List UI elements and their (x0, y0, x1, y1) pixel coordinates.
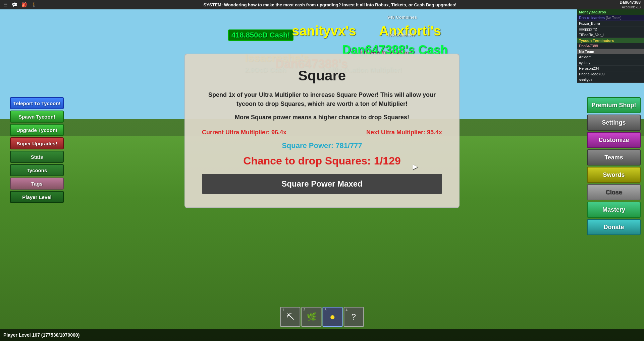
hotbar-slot-2[interactable]: 2 🌿 (302, 307, 322, 327)
leaderboard-member-heroson: Heroson234 (577, 66, 644, 71)
leaderboard-member-anxforti: Anxforti (577, 54, 644, 60)
hotbar-slot-1-num: 1 (282, 308, 284, 312)
hotbar: 1 ⛏ 2 🌿 3 ● 4 ? (280, 307, 364, 327)
bottom-bar: Player Level 107 (177530/1070000) (0, 329, 644, 341)
square-modal: Square Spend 1x of your Ultra Multiplier… (184, 54, 460, 208)
modal-multipliers: Current Ultra Multiplier: 96.4x Next Ult… (202, 129, 442, 136)
hotbar-slot-4-num: 4 (346, 308, 348, 312)
hotbar-slot-3-icon: ● (330, 312, 335, 322)
leaderboard-entry-ooo: oooppprrr2 (577, 26, 644, 32)
modal-title: Square (202, 68, 442, 84)
top-bar: ☰ 💬 🎒 🚶 SYSTEM: Wondering how to make th… (0, 0, 644, 9)
team-tycoon-terminators-header: Tycoon Terminators (577, 38, 644, 43)
leaderboard-member-sanityvx: sanityvx (577, 77, 644, 83)
hotbar-slot-4[interactable]: 4 ? (344, 307, 364, 327)
modal-overlay: Square Spend 1x of your Ultra Multiplier… (0, 0, 644, 341)
user-info: Dan647388 Account: -13 (620, 0, 644, 9)
modal-description: Spend 1x of your Ultra Multiplier to inc… (202, 90, 442, 109)
team-no-team-header: No Team (577, 49, 644, 54)
top-bar-icons: ☰ 💬 🎒 🚶 (0, 2, 40, 7)
modal-secondary-description: More Square power means a higher chance … (202, 114, 442, 121)
leaderboard-member-cycboy: cycboy (577, 60, 644, 66)
hotbar-slot-1[interactable]: 1 ⛏ (280, 307, 301, 327)
leaderboard-entry-tipedi: TiPediTo_Var_ii (577, 32, 644, 38)
account-label: Account: -13 (620, 5, 641, 9)
current-ultra-multiplier: Current Ultra Multiplier: 96.4x (202, 129, 286, 136)
hotbar-slot-1-icon: ⛏ (286, 312, 294, 322)
hotbar-slot-3[interactable]: 3 ● (323, 307, 343, 327)
leaderboard-entry-fuzza: Fuzza_Burra (577, 21, 644, 26)
menu-icon[interactable]: ☰ (3, 2, 8, 7)
leaderboard-entry-robuxhoarders: RobuxHoarders (No Team) (577, 15, 644, 21)
leaderboard-member-phonehead: PhoneHead709 (577, 71, 644, 77)
hotbar-slot-2-num: 2 (304, 308, 306, 312)
hotbar-slot-3-num: 3 (325, 308, 327, 312)
player-name-display: Dan647388 (620, 0, 641, 5)
drop-chance-display: Chance to drop Squares: 1/129 (202, 155, 442, 167)
backpack-icon[interactable]: 🎒 (21, 2, 27, 7)
system-message: SYSTEM: Wondering how to make the most c… (40, 2, 620, 7)
hotbar-slot-4-icon: ? (352, 312, 356, 322)
square-power-maxed-button[interactable]: Square Power Maxed (202, 174, 442, 194)
leaderboard-entry-moneybagbros: MoneyBagBros (577, 9, 644, 15)
chat-icon[interactable]: 💬 (12, 2, 17, 7)
hotbar-slot-2-icon: 🌿 (307, 312, 317, 322)
square-power-display: Square Power: 781/777 (202, 141, 442, 150)
next-ultra-multiplier: Next Ultra Multiplier: 95.4x (366, 129, 442, 136)
leaderboard-member-dan: Dan647388 (577, 43, 644, 49)
player-level-text: Player Level 107 (177530/1070000) (3, 332, 79, 338)
player-panel: MoneyBagBros RobuxHoarders (No Team) Fuz… (577, 9, 644, 83)
character-icon[interactable]: 🚶 (31, 2, 37, 7)
